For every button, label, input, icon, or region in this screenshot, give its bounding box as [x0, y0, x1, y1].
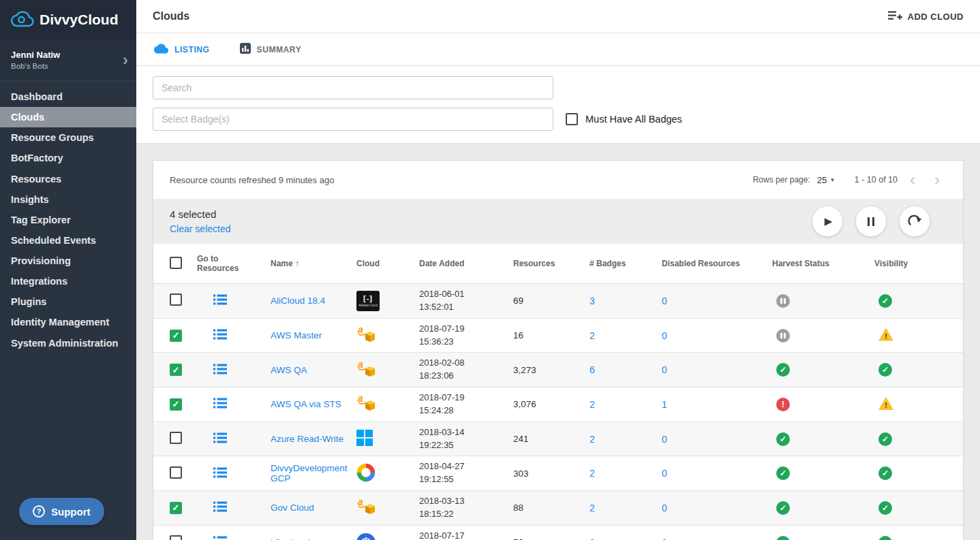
column-header-name[interactable]: Name ↑ [265, 244, 351, 284]
sidebar-item-tag-explorer[interactable]: Tag Explorer [0, 210, 136, 230]
reharvest-button[interactable] [899, 206, 930, 237]
add-cloud-label: ADD CLOUD [908, 12, 964, 22]
sidebar-item-clouds[interactable]: Clouds [0, 107, 136, 127]
row-checkbox[interactable] [170, 432, 182, 444]
date-added: 2018-03-1318:15:22 [414, 491, 508, 526]
previous-page-button[interactable]: ‹ [903, 172, 922, 188]
sidebar-item-resources[interactable]: Resources [0, 169, 136, 189]
go-to-resources-icon[interactable] [213, 504, 227, 514]
svg-text:a: a [358, 324, 363, 335]
row-checkbox[interactable]: ✓ [170, 398, 182, 411]
selected-count: 4 selected [170, 208, 231, 220]
tab-bar: LISTING SUMMARY [136, 33, 980, 66]
error-circle-icon: ! [776, 398, 790, 411]
badges-select-input[interactable] [153, 108, 553, 131]
warning-triangle-icon: ! [878, 328, 893, 341]
row-checkbox[interactable]: ✓ [170, 330, 182, 342]
cloud-name-link[interactable]: k8s-development [271, 537, 341, 540]
cloud-name-link[interactable]: AWS Master [271, 330, 322, 340]
column-header--badges[interactable]: # Badges [584, 244, 656, 284]
badges-count-link[interactable]: 2 [589, 399, 595, 410]
disabled-resources-link[interactable]: 0 [662, 330, 667, 341]
pause-harvest-button[interactable] [855, 206, 887, 237]
content-area: Resource counts refreshed 9 minutes ago … [136, 144, 980, 540]
next-page-button[interactable]: › [928, 172, 947, 188]
go-to-resources-icon[interactable] [213, 332, 227, 342]
badges-count-link[interactable]: 2 [589, 330, 595, 341]
go-to-resources-icon[interactable] [213, 400, 227, 411]
table-row: DivvyDevelopment GCP2018-04-2719:12:5530… [153, 456, 963, 491]
check-circle-icon: ✓ [878, 363, 892, 377]
clouds-table: Go to Resources Name ↑Cloud Date Added R… [153, 244, 963, 540]
badges-count-link[interactable]: 6 [589, 364, 595, 375]
tab-listing[interactable]: LISTING [154, 44, 210, 56]
must-have-all-badges-checkbox[interactable] [566, 113, 578, 125]
tab-summary[interactable]: SUMMARY [240, 43, 302, 56]
sidebar-item-identity-management[interactable]: Identity Management [0, 312, 136, 332]
sidebar-item-plugins[interactable]: Plugins [0, 291, 136, 312]
sidebar-item-dashboard[interactable]: Dashboard [0, 86, 136, 107]
sidebar-item-insights[interactable]: Insights [0, 189, 136, 210]
go-to-resources-icon[interactable] [213, 435, 227, 445]
support-button[interactable]: ? Support [19, 498, 104, 525]
disabled-resources-link[interactable]: 0 [662, 537, 667, 540]
disabled-resources-link[interactable]: 1 [662, 399, 667, 410]
select-all-checkbox[interactable] [170, 257, 182, 269]
date-added: 2018-07-1718:21:18 [414, 525, 508, 540]
sidebar-item-scheduled-events[interactable]: Scheduled Events [0, 230, 136, 251]
resume-harvest-button[interactable]: ▶ [812, 206, 843, 237]
cloud-name-link[interactable]: DivvyDevelopment GCP [271, 463, 348, 483]
row-checkbox[interactable] [170, 535, 182, 540]
disabled-resources-link[interactable]: 0 [662, 364, 667, 375]
sidebar-item-botfactory[interactable]: BotFactory [0, 148, 136, 168]
badges-count-link[interactable]: 2 [589, 503, 595, 513]
column-header-resources[interactable]: Resources [508, 244, 584, 284]
play-icon: ▶ [825, 215, 833, 227]
go-to-resources-icon[interactable] [213, 297, 227, 307]
column-header-visibility[interactable]: Visibility [869, 244, 963, 284]
cloud-name-link[interactable]: AWS QA via STS [271, 399, 341, 409]
sidebar-item-provisioning[interactable]: Provisioning [0, 251, 136, 271]
table-header-row: Go to Resources Name ↑Cloud Date Added R… [153, 244, 963, 284]
add-cloud-button[interactable]: ADD CLOUD [888, 10, 964, 23]
badges-count-link[interactable]: 2 [589, 468, 595, 479]
sidebar-item-system-administration[interactable]: System Administration [0, 333, 136, 353]
go-to-resources-icon[interactable] [213, 366, 227, 377]
badges-count-link[interactable]: 3 [589, 296, 595, 306]
column-header-date-added[interactable]: Date Added [414, 244, 508, 284]
clear-selected-link[interactable]: Clear selected [170, 223, 231, 234]
page-title: Clouds [153, 10, 189, 22]
user-menu[interactable]: Jenni Natiw Bob's Bots › [0, 39, 136, 81]
rows-per-page-select[interactable]: 25 ▾ [817, 175, 834, 185]
sidebar-item-integrations[interactable]: Integrations [0, 271, 136, 291]
cloud-name-link[interactable]: AWS QA [271, 365, 307, 375]
row-checkbox[interactable]: ✓ [170, 502, 182, 514]
go-to-resources-icon[interactable] [213, 470, 227, 480]
harvest-status-cell: ✓ [767, 456, 869, 491]
column-header-go-to-resources[interactable]: Go to Resources [192, 244, 265, 284]
must-have-all-badges[interactable]: Must Have All Badges [566, 113, 682, 125]
disabled-resources-link[interactable]: 0 [662, 468, 667, 479]
badges-count-link[interactable]: 2 [589, 537, 595, 540]
disabled-resources-link[interactable]: 0 [662, 296, 667, 306]
column-header-harvest-status[interactable]: Harvest Status [767, 244, 869, 284]
cloud-name-link[interactable]: AliCloud 18.4 [271, 296, 325, 306]
cloud-name-link[interactable]: Gov Cloud [271, 503, 314, 513]
search-input[interactable] [153, 76, 553, 99]
column-header-cloud[interactable]: Cloud [351, 244, 414, 284]
chevron-right-icon: › [123, 52, 128, 68]
disabled-resources-link[interactable]: 0 [662, 503, 667, 513]
table-row: ✓AWS Mastera2018-07-1915:36:231620! [153, 318, 963, 353]
row-checkbox[interactable] [170, 466, 182, 479]
row-checkbox[interactable]: ✓ [170, 364, 182, 376]
column-header-disabled-resources[interactable]: Disabled Resources [656, 244, 767, 284]
disabled-resources-link[interactable]: 0 [662, 434, 667, 445]
row-checkbox[interactable] [170, 293, 182, 306]
table-toolbar: Resource counts refreshed 9 minutes ago … [153, 161, 963, 199]
visibility-cell: ! [869, 318, 963, 353]
cloud-name-link[interactable]: Azure Read-Write [271, 434, 343, 444]
sidebar-item-resource-groups[interactable]: Resource Groups [0, 127, 136, 148]
badges-count-link[interactable]: 2 [589, 434, 595, 445]
app-root: DivvyCloud Jenni Natiw Bob's Bots › Dash… [0, 0, 980, 540]
aws-icon: a [356, 324, 377, 345]
